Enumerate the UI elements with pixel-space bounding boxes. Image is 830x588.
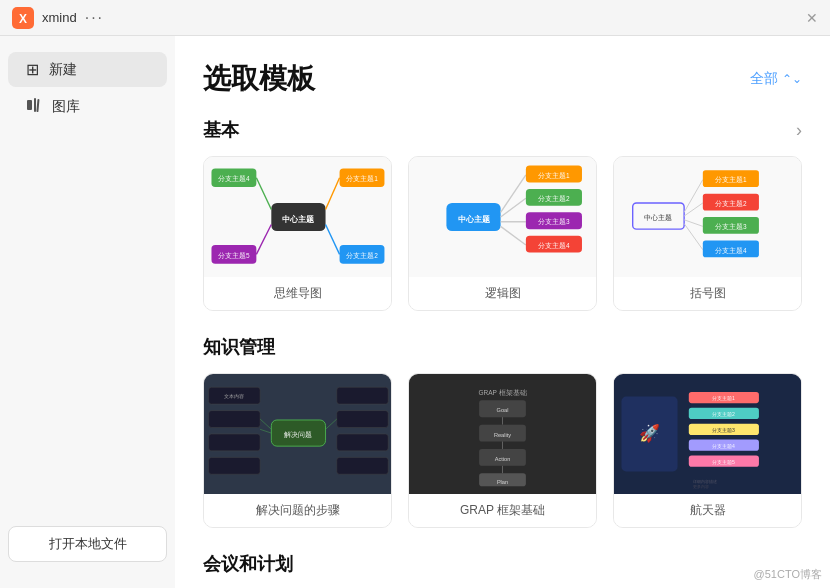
section-basic-header: 基本 › (203, 118, 802, 142)
svg-line-60 (326, 419, 337, 429)
filter-button[interactable]: 全部 ⌃⌄ (750, 70, 802, 88)
section-basic: 基本 › 中心主题 分支主题4 (203, 118, 802, 311)
svg-text:中心主题: 中心主题 (282, 214, 315, 224)
titlebar: X xmind ··· ✕ (0, 0, 830, 36)
sidebar-item-new-label: 新建 (49, 61, 77, 79)
svg-text:GRAP 框架基础: GRAP 框架基础 (478, 389, 526, 396)
svg-text:分支主题4: 分支主题4 (218, 175, 250, 182)
svg-line-36 (684, 203, 703, 216)
svg-rect-56 (337, 434, 388, 451)
template-card-logic[interactable]: 中心主题 分支主题1 分支主题2 分支主题3 (408, 156, 597, 311)
knowledge-template-grid: 文本内容 解决问题 (203, 373, 802, 528)
svg-line-9 (256, 178, 271, 210)
app-body: ⊞ 新建 图库 打开本地文件 选取模板 全部 (0, 36, 830, 588)
svg-line-35 (684, 180, 703, 213)
sidebar-item-new[interactable]: ⊞ 新建 (8, 52, 167, 87)
sidebar-item-library-label: 图库 (52, 98, 80, 116)
watermark: @51CTO博客 (754, 567, 822, 582)
section-knowledge-title: 知识管理 (203, 335, 275, 359)
app-name: xmind (42, 10, 77, 25)
svg-line-38 (684, 224, 703, 250)
svg-text:分支主题2: 分支主题2 (346, 252, 378, 259)
mindmap-preview: 中心主题 分支主题4 分支主题1 分支主题5 (204, 157, 391, 277)
svg-line-24 (501, 226, 526, 245)
bracket-label: 括号图 (614, 277, 801, 310)
svg-text:分支主题3: 分支主题3 (715, 223, 747, 230)
sidebar: ⊞ 新建 图库 打开本地文件 (0, 36, 175, 588)
grap-preview: GRAP 框架基础 Goal Reality Action (409, 374, 596, 494)
svg-rect-51 (209, 457, 260, 474)
svg-text:分支主题5: 分支主题5 (218, 252, 250, 259)
svg-line-18 (326, 224, 340, 254)
section-knowledge: 知识管理 文本内容 (203, 335, 802, 528)
svg-text:文本内容: 文本内容 (224, 393, 244, 399)
problem-preview: 文本内容 解决问题 (204, 374, 391, 494)
svg-text:分支主题2: 分支主题2 (715, 200, 747, 207)
svg-line-37 (684, 220, 703, 227)
section-meeting-title: 会议和计划 (203, 552, 293, 576)
svg-line-21 (501, 175, 526, 212)
spaceship-label: 航天器 (614, 494, 801, 527)
svg-text:更多内容: 更多内容 (693, 484, 709, 489)
page-title: 选取模板 (203, 60, 315, 98)
svg-text:分支主题2: 分支主题2 (538, 195, 570, 202)
svg-text:Reality: Reality (494, 432, 511, 438)
spaceship-preview: 🚀 分支主题1 分支主题2 分支主题3 分支主题4 分支主题5 (614, 374, 801, 494)
svg-line-59 (260, 429, 271, 433)
svg-text:分支主题1: 分支主题1 (538, 172, 570, 179)
logic-preview: 中心主题 分支主题1 分支主题2 分支主题3 (409, 157, 596, 277)
svg-text:分支主题1: 分支主题1 (346, 175, 378, 182)
svg-text:详细内容描述: 详细内容描述 (693, 479, 717, 484)
page-header: 选取模板 全部 ⌃⌄ (203, 60, 802, 98)
section-meeting-header: 会议和计划 (203, 552, 802, 576)
template-card-problem[interactable]: 文本内容 解决问题 (203, 373, 392, 528)
template-card-mindmap[interactable]: 中心主题 分支主题4 分支主题1 分支主题5 (203, 156, 392, 311)
chevron-icon: ⌃⌄ (782, 72, 802, 86)
new-icon: ⊞ (26, 60, 39, 79)
template-card-bracket[interactable]: 中心主题 分支主题1 分支主题2 分支主题3 (613, 156, 802, 311)
svg-rect-57 (337, 457, 388, 474)
titlebar-left: X xmind ··· (12, 7, 104, 29)
sidebar-item-library[interactable]: 图库 (8, 89, 167, 125)
basic-template-grid: 中心主题 分支主题4 分支主题1 分支主题5 (203, 156, 802, 311)
svg-rect-54 (337, 387, 388, 404)
svg-text:Plan: Plan (497, 479, 508, 485)
main-content: 选取模板 全部 ⌃⌄ 基本 › 中心主题 (175, 36, 830, 588)
close-button[interactable]: ✕ (806, 10, 818, 26)
grap-label: GRAP 框架基础 (409, 494, 596, 527)
svg-text:分支主题3: 分支主题3 (538, 218, 570, 225)
logic-label: 逻辑图 (409, 277, 596, 310)
problem-label: 解决问题的步骤 (204, 494, 391, 527)
filter-label: 全部 (750, 70, 778, 88)
svg-rect-2 (27, 100, 32, 110)
svg-text:分支主题4: 分支主题4 (712, 443, 735, 449)
section-meeting: 会议和计划 (203, 552, 802, 576)
sidebar-nav: ⊞ 新建 图库 (0, 52, 175, 125)
sidebar-bottom: 打开本地文件 (0, 516, 175, 572)
svg-text:中心主题: 中心主题 (458, 214, 491, 224)
svg-text:中心主题: 中心主题 (644, 213, 672, 222)
section-basic-arrow[interactable]: › (796, 120, 802, 141)
more-options-icon[interactable]: ··· (85, 9, 104, 27)
svg-text:分支主题2: 分支主题2 (712, 411, 735, 417)
svg-line-12 (326, 178, 340, 210)
xmind-logo-icon: X (12, 7, 34, 29)
open-local-file-button[interactable]: 打开本地文件 (8, 526, 167, 562)
svg-line-15 (256, 224, 271, 254)
svg-rect-55 (337, 411, 388, 428)
section-basic-title: 基本 (203, 118, 239, 142)
svg-rect-4 (36, 99, 39, 112)
svg-rect-50 (209, 434, 260, 451)
svg-rect-3 (34, 98, 36, 112)
template-card-spaceship[interactable]: 🚀 分支主题1 分支主题2 分支主题3 分支主题4 分支主题5 (613, 373, 802, 528)
svg-text:分支主题4: 分支主题4 (538, 242, 570, 249)
template-card-grap[interactable]: GRAP 框架基础 Goal Reality Action (408, 373, 597, 528)
library-icon (26, 97, 42, 117)
svg-line-58 (260, 419, 271, 429)
svg-text:X: X (19, 12, 27, 26)
svg-text:🚀: 🚀 (639, 423, 660, 444)
bracket-preview: 中心主题 分支主题1 分支主题2 分支主题3 (614, 157, 801, 277)
svg-text:Action: Action (495, 456, 511, 462)
svg-text:分支主题3: 分支主题3 (712, 427, 735, 433)
svg-rect-49 (209, 411, 260, 428)
